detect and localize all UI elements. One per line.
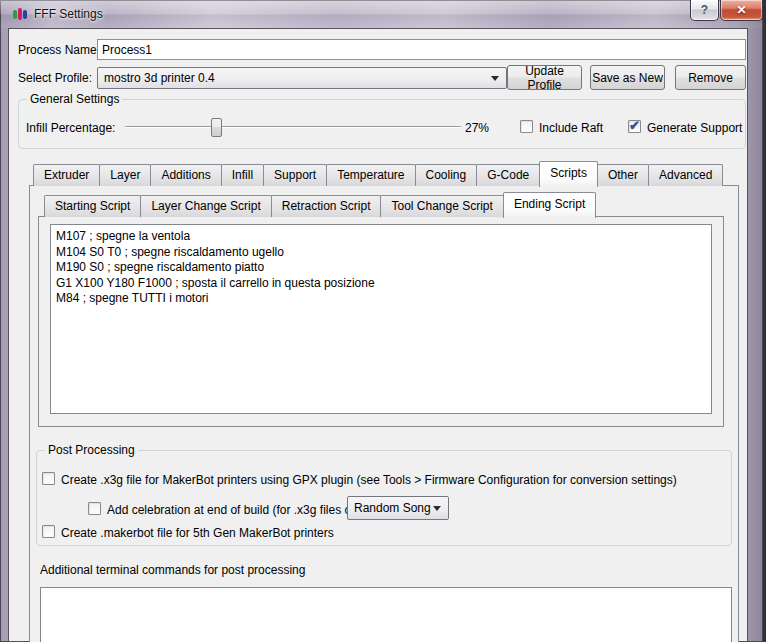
chevron-down-icon: [491, 76, 499, 81]
tab-starting-script[interactable]: Starting Script: [44, 195, 141, 217]
script-sub-pane: M107 ; spegne la ventola M104 S0 T0 ; sp…: [38, 216, 724, 427]
help-icon: ?: [701, 3, 708, 17]
celebration-song-value: Random Song: [354, 501, 431, 515]
settings-tab-bar: Extruder Layer Additions Infill Support …: [33, 161, 723, 186]
general-settings-title: General Settings: [27, 92, 122, 106]
tab-cooling[interactable]: Cooling: [415, 164, 478, 186]
ending-script-editor[interactable]: M107 ; spegne la ventola M104 S0 T0 ; sp…: [50, 224, 712, 414]
infill-slider-track: [125, 126, 461, 128]
scripts-tab-pane: Starting Script Layer Change Script Retr…: [29, 185, 739, 642]
chevron-down-icon: [433, 506, 441, 511]
tab-additions[interactable]: Additions: [150, 164, 221, 186]
tab-tool-change-script[interactable]: Tool Change Script: [380, 195, 503, 217]
generate-support-label: Generate Support: [647, 121, 742, 135]
post-processing-title: Post Processing: [45, 443, 138, 457]
terminal-commands-input[interactable]: [40, 587, 732, 642]
tab-layer-change-script[interactable]: Layer Change Script: [140, 195, 271, 217]
tab-temperature[interactable]: Temperature: [326, 164, 415, 186]
tab-infill[interactable]: Infill: [221, 164, 264, 186]
infill-percentage-label: Infill Percentage:: [26, 121, 115, 135]
terminal-commands-label: Additional terminal commands for post pr…: [40, 563, 305, 577]
fff-settings-window: FFF Settings ? ✕ Process Name: Select Pr…: [0, 0, 763, 642]
tab-extruder[interactable]: Extruder: [33, 164, 100, 186]
create-makerbot-checkbox[interactable]: [42, 525, 55, 538]
tab-layer[interactable]: Layer: [99, 164, 151, 186]
select-profile-label: Select Profile:: [18, 71, 92, 85]
create-x3g-label: Create .x3g file for MakerBot printers u…: [61, 473, 677, 487]
include-raft-checkbox[interactable]: [520, 120, 533, 133]
tab-other[interactable]: Other: [597, 164, 649, 186]
include-raft-label: Include Raft: [539, 121, 603, 135]
dialog-body: Process Name: Select Profile: mostro 3d …: [8, 28, 748, 642]
remove-button[interactable]: Remove: [675, 65, 746, 90]
tab-advanced[interactable]: Advanced: [648, 164, 723, 186]
profile-select-value: mostro 3d printer 0.4: [104, 71, 215, 85]
close-button[interactable]: ✕: [720, 0, 763, 21]
post-processing-group: Post Processing Create .x3g file for Mak…: [36, 450, 732, 546]
process-name-label: Process Name:: [18, 43, 100, 57]
update-profile-button[interactable]: Update Profile: [507, 65, 582, 90]
infill-slider[interactable]: [125, 118, 461, 137]
app-icon: [12, 6, 28, 22]
window-title: FFF Settings: [34, 7, 103, 21]
infill-percentage-value: 27%: [465, 121, 489, 135]
title-bar[interactable]: FFF Settings ? ✕: [0, 0, 763, 28]
infill-slider-handle[interactable]: [211, 118, 222, 137]
create-x3g-checkbox[interactable]: [42, 472, 55, 485]
tab-scripts[interactable]: Scripts: [539, 161, 598, 187]
generate-support-checkbox[interactable]: [628, 120, 641, 133]
help-button[interactable]: ?: [690, 0, 719, 21]
tab-ending-script[interactable]: Ending Script: [503, 192, 596, 218]
close-icon: ✕: [736, 3, 746, 17]
save-as-new-button[interactable]: Save as New: [590, 65, 665, 90]
process-name-input[interactable]: [97, 39, 746, 60]
add-celebration-label: Add celebration at end of build (for .x3…: [107, 503, 370, 517]
profile-select[interactable]: mostro 3d printer 0.4: [97, 67, 507, 89]
create-makerbot-label: Create .makerbot file for 5th Gen MakerB…: [61, 526, 334, 540]
add-celebration-checkbox[interactable]: [88, 502, 101, 515]
tab-gcode[interactable]: G-Code: [476, 164, 540, 186]
script-tab-bar: Starting Script Layer Change Script Retr…: [44, 192, 596, 217]
tab-retraction-script[interactable]: Retraction Script: [271, 195, 382, 217]
celebration-song-select[interactable]: Random Song: [347, 496, 449, 520]
tab-support[interactable]: Support: [263, 164, 327, 186]
